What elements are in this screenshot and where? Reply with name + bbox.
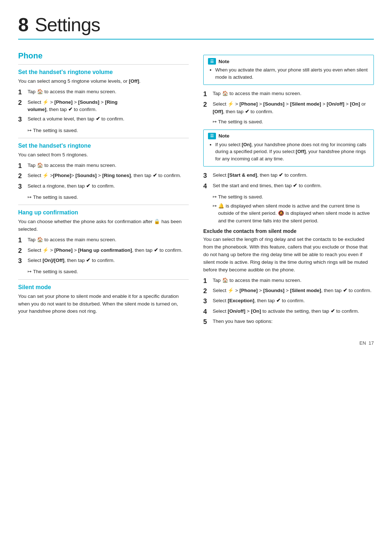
step-item: 3 Select [Start & end], then tap ✔ to co… [203, 172, 374, 180]
divider-hangup [18, 279, 189, 280]
note-text-2: If you select [On], your handsfree phone… [208, 141, 369, 163]
note-text-1: When you activate the alarm, your phone … [208, 66, 369, 81]
subsection-title-ringtone: Set the handset's ringtone [18, 143, 189, 149]
hangup-intro: You can choose whether the phone asks fo… [18, 218, 189, 233]
note-label-2: Note [219, 133, 229, 139]
silent-intro: You can set your phone to silent mode an… [18, 293, 189, 316]
section-title-phone: Phone [18, 51, 189, 61]
result-line: ↦ The setting is saved. [28, 127, 189, 134]
exclude-steps: 1 Tap 🏠 to access the main menu screen. … [203, 277, 374, 327]
result-line-r2a: ↦ The setting is saved. [213, 193, 374, 201]
exclude-contacts-title: Exclude the contacts from silent mode [203, 228, 374, 234]
subsection-title-silent: Silent mode [18, 284, 189, 291]
left-column: Phone Set the handset's ringtone volume … [18, 51, 189, 329]
divider-ringtone-volume [18, 138, 189, 138]
note-header-1: ☰ Note [208, 58, 369, 65]
step-item: 1 Tap 🏠 to access the main menu screen. [18, 162, 189, 170]
chapter-number: 8 [18, 14, 28, 35]
page-header: 8Settings [18, 15, 374, 45]
chapter-title: 8Settings [18, 15, 374, 35]
step-item: 2 Select ⚡ > [Phone] > [Hang up confirma… [18, 247, 189, 255]
step-item: 3 Select [Exception], then tap ✔ to conf… [203, 297, 374, 305]
note-icon-1: ☰ [208, 58, 216, 65]
divider-ringtone [18, 205, 189, 205]
exclude-contacts-intro: You can select the length of ring delay … [203, 236, 374, 274]
step-item: 2 Select ⚡ > [Phone] > [Sounds] > [Silen… [203, 100, 374, 116]
ringtone-steps: 1 Tap 🏠 to access the main menu screen. … [18, 162, 189, 191]
step-item: 2 Select ⚡ > [Phone] > [Sounds] > [Ringv… [18, 99, 189, 114]
footer-page: 17 [369, 340, 374, 346]
step-item: 2 Select ⚡ > [Phone] > [Sounds] > [Silen… [203, 287, 374, 295]
right-steps-block-2: 3 Select [Start & end], then tap ✔ to co… [203, 172, 374, 190]
step-item: 3 Select [On]/[Off], then tap ✔ to confi… [18, 257, 189, 265]
result-line: ↦ The setting is saved. [28, 194, 189, 201]
ringtone-volume-steps: 1 Tap 🏠 to access the main menu screen. … [18, 88, 189, 124]
note-box-1: ☰ Note When you activate the alarm, your… [203, 55, 374, 85]
result-line-r1: ↦ The setting is saved. [213, 118, 374, 126]
note-header-2: ☰ Note [208, 133, 369, 139]
note-box-2: ☰ Note If you select [On], your handsfre… [203, 130, 374, 167]
subsection-title-ringtone-volume: Set the handset's ringtone volume [18, 69, 189, 75]
step-item: 1 Tap 🏠 to access the main menu screen. [18, 88, 189, 97]
step-item: 4 Set the start and end times, then tap … [203, 182, 374, 190]
note-label-1: Note [219, 59, 229, 64]
step-item: 1 Tap 🏠 to access the main menu screen. [18, 236, 189, 245]
right-column: ☰ Note When you activate the alarm, your… [203, 51, 374, 329]
divider-phone [18, 64, 189, 65]
right-steps-block-1: 1 Tap 🏠 to access the main menu screen. … [203, 90, 374, 115]
result-line-r2b: ↦ 🔔 is displayed when silent mode is act… [213, 202, 374, 225]
ringtone-intro: You can select from 5 ringtones. [18, 151, 189, 159]
note-icon-2: ☰ [208, 133, 216, 139]
step-item: 2 Select ⚡ >[Phone]> [Sounds] > [Ring to… [18, 172, 189, 180]
footer-lang: EN [359, 340, 366, 346]
step-item: 3 Select a ringtone, then tap ✔ to confi… [18, 182, 189, 191]
page-footer: EN 17 [18, 340, 374, 346]
ringtone-volume-intro: You can select among 5 ringtone volume l… [18, 78, 189, 85]
step-item: 1 Tap 🏠 to access the main menu screen. [203, 277, 374, 285]
step-item: 1 Tap 🏠 to access the main menu screen. [203, 90, 374, 98]
step-item: 5 Then you have two options: [203, 318, 374, 326]
step-item: 4 Select [On/off] > [On] to activate the… [203, 308, 374, 316]
header-divider [18, 39, 374, 40]
step-item: 3 Select a volume level, then tap ✔ to c… [18, 115, 189, 124]
hangup-steps: 1 Tap 🏠 to access the main menu screen. … [18, 236, 189, 265]
subsection-title-hangup: Hang up confirmation [18, 209, 189, 216]
result-line: ↦ The setting is saved. [28, 268, 189, 275]
